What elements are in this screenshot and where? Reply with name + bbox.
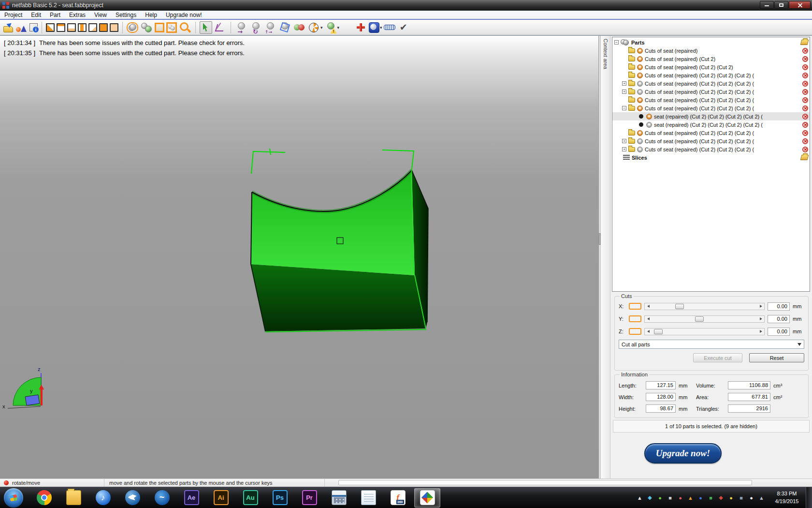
menu-edit[interactable]: Edit: [27, 11, 45, 19]
taskbar-photoshop-icon[interactable]: Ps: [267, 488, 293, 508]
cut-axis-toggle-button[interactable]: [629, 315, 641, 322]
measure-angle-icon[interactable]: [214, 21, 227, 34]
tray-icon-1-icon[interactable]: ◆: [646, 494, 653, 501]
cut-value-field[interactable]: 0.00: [768, 302, 790, 311]
menu-upgrade-now[interactable]: Upgrade now!: [161, 11, 206, 19]
start-button[interactable]: [4, 488, 23, 508]
visibility-eye-icon[interactable]: [637, 138, 643, 144]
tree-slices[interactable]: Slices: [612, 153, 810, 162]
taskbar-audition-icon[interactable]: Au: [237, 488, 263, 508]
tree-expander[interactable]: +: [622, 147, 626, 151]
tree-collapse-icon[interactable]: −: [614, 40, 619, 45]
delete-part-icon[interactable]: [802, 147, 808, 152]
view-transparent-icon[interactable]: [110, 23, 118, 32]
view-solid-icon[interactable]: [99, 23, 108, 32]
menu-view[interactable]: View: [90, 11, 111, 19]
tree-item-part[interactable]: +Cuts of seat (repaired) (Cut 2) (Cut 2)…: [612, 79, 810, 88]
slider-right-arrow-icon[interactable]: [759, 316, 764, 322]
tree-item-part[interactable]: Cuts of seat (repaired) (Cut 2) (Cut 2) …: [612, 129, 810, 137]
delete-part-icon[interactable]: [802, 89, 808, 95]
chevron-down-icon[interactable]: ▾: [320, 25, 323, 30]
tray-icon-11-icon[interactable]: ●: [748, 494, 755, 501]
slider-right-arrow-icon[interactable]: [759, 329, 764, 335]
slider-right-arrow-icon[interactable]: [759, 303, 764, 310]
tray-icon-2-icon[interactable]: ●: [656, 494, 664, 501]
menu-help[interactable]: Help: [141, 11, 161, 19]
tree-item-part[interactable]: +Cuts of seat (repaired) (Cut 2) (Cut 2)…: [612, 88, 810, 96]
part-information-icon[interactable]: [29, 23, 38, 31]
view-top-icon[interactable]: [57, 23, 65, 32]
visibility-eye-icon[interactable]: [637, 89, 643, 95]
open-project-icon[interactable]: [3, 26, 13, 32]
tree-item-part[interactable]: +Cuts of seat (repaired) (Cut 2) (Cut 2)…: [612, 137, 810, 145]
tray-icon-9-icon[interactable]: ●: [727, 494, 735, 501]
delete-part-icon[interactable]: [802, 122, 808, 128]
tree-item-part[interactable]: Cuts of seat (repaired) (Cut 2) (Cut 2) …: [612, 96, 810, 104]
cut-position-slider[interactable]: [644, 315, 765, 323]
view-section-icon[interactable]: [78, 23, 87, 32]
tray-icon-8-icon[interactable]: ◆: [717, 494, 725, 501]
delete-part-icon[interactable]: [802, 114, 808, 120]
tree-item-part[interactable]: −Cuts of seat (repaired) (Cut 2) (Cut 2)…: [612, 104, 810, 112]
taskbar-after-effects-icon[interactable]: Ae: [178, 488, 204, 508]
tree-item-seat[interactable]: seat (repaired) (Cut 2) (Cut 2) (Cut 2) …: [612, 120, 810, 129]
viewport-3d[interactable]: z y x [ 20:31:34 ]There has been some is…: [0, 36, 598, 478]
apply-check-icon[interactable]: [397, 21, 410, 34]
visibility-eye-icon[interactable]: [637, 105, 643, 111]
taskbar-premiere-icon[interactable]: Pr: [296, 488, 322, 508]
platform-outline-icon[interactable]: [155, 23, 164, 32]
cut-part-icon[interactable]: [307, 21, 320, 34]
taskbar-google-chrome-icon[interactable]: [31, 488, 57, 508]
tree-item-part[interactable]: Cuts of seat (repaired) (Cut 2) (Cut 2) …: [612, 71, 810, 79]
tray-icon-5-icon[interactable]: ▲: [687, 494, 694, 501]
cut-axis-toggle-button[interactable]: [629, 328, 641, 335]
open-folder-icon[interactable]: [800, 40, 809, 45]
parts-on-platform-icon[interactable]: [166, 22, 177, 33]
zoom-tool-icon[interactable]: [179, 21, 191, 34]
slider-thumb[interactable]: [695, 316, 704, 322]
taskbar-windows-explorer-icon[interactable]: [60, 488, 87, 508]
taskbar-thunderbird-icon[interactable]: [119, 488, 145, 508]
tray-icon-10-icon[interactable]: ■: [738, 494, 745, 501]
visibility-eye-icon[interactable]: [637, 64, 643, 70]
visibility-eye-icon[interactable]: [637, 73, 643, 78]
part-analysis-icon[interactable]: [324, 21, 337, 34]
measure-icon[interactable]: [384, 25, 395, 30]
slider-thumb[interactable]: [654, 329, 663, 334]
axes-widget[interactable]: z y x: [2, 366, 44, 409]
tree-item-part[interactable]: Cuts of seat (repaired): [612, 46, 810, 55]
merge-parts-icon[interactable]: [140, 21, 153, 34]
show-hidden-icons-icon[interactable]: ▲: [636, 494, 643, 501]
slider-thumb[interactable]: [675, 304, 684, 309]
cut-value-field[interactable]: 0.00: [768, 328, 790, 336]
visibility-eye-icon[interactable]: [637, 130, 643, 136]
minimize-button[interactable]: [760, 1, 774, 9]
tray-icon-3-icon[interactable]: ■: [667, 494, 674, 501]
tree-expander[interactable]: +: [622, 81, 626, 86]
taskbar-openoffice-icon[interactable]: ~: [149, 488, 175, 508]
chevron-down-icon[interactable]: ▾: [380, 25, 382, 30]
cut-value-field[interactable]: 0.00: [768, 315, 790, 323]
slider-left-arrow-icon[interactable]: [645, 316, 650, 322]
repair-part-icon[interactable]: [354, 21, 367, 34]
slider-left-arrow-icon[interactable]: [645, 329, 650, 335]
menu-project[interactable]: Project: [0, 11, 27, 19]
boolean-operation-icon[interactable]: [293, 21, 305, 34]
upgrade-now-button[interactable]: Upgrade now!: [644, 443, 722, 463]
tree-item-part[interactable]: Cuts of seat (repaired) (Cut 2): [612, 55, 810, 63]
delete-part-icon[interactable]: [802, 81, 808, 87]
slider-left-arrow-icon[interactable]: [645, 303, 650, 310]
taskbar-calculator-icon[interactable]: [326, 488, 352, 508]
cut-mode-select[interactable]: Cut all parts: [619, 340, 804, 349]
tree-expander[interactable]: +: [622, 139, 626, 143]
visibility-eye-icon[interactable]: [637, 81, 643, 87]
taskbar-clock[interactable]: 8:33 PM 4/19/2015: [771, 490, 803, 505]
view-diagonal-icon[interactable]: [46, 23, 55, 32]
open-folder-icon[interactable]: [800, 155, 809, 160]
tree-item-part[interactable]: +Cuts of seat (repaired) (Cut 2) (Cut 2)…: [612, 145, 810, 153]
menu-extras[interactable]: Extras: [65, 11, 90, 19]
rotate-part-icon[interactable]: [249, 21, 262, 34]
delete-part-icon[interactable]: [802, 56, 808, 62]
tree-expander[interactable]: −: [622, 106, 626, 110]
visibility-eye-icon[interactable]: [646, 122, 652, 128]
